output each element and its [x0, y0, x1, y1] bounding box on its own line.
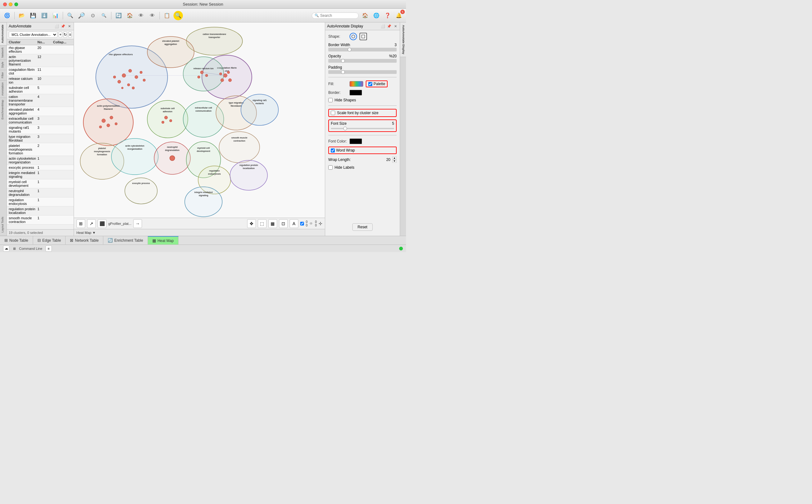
- window-controls[interactable]: [3, 2, 18, 6]
- cloud-button[interactable]: ☁: [3, 245, 9, 252]
- search-input[interactable]: [320, 13, 357, 18]
- show-icon[interactable]: 👁: [148, 11, 157, 20]
- table-row[interactable]: type migration fibroblast 3: [7, 134, 74, 143]
- heat-map-tab[interactable]: ▦ Heat Map: [148, 236, 178, 245]
- table-row[interactable]: rho gtpase effectors 20: [7, 45, 74, 54]
- layout-icon[interactable]: ✢: [318, 221, 322, 226]
- font-size-slider[interactable]: [331, 128, 394, 129]
- maximize-button[interactable]: [14, 2, 18, 6]
- export-button[interactable]: ⬛: [98, 219, 106, 228]
- annotation-set-dropdown[interactable]: MCL Cluster Annotation...: [9, 31, 57, 38]
- globe-icon[interactable]: 🌐: [372, 11, 381, 20]
- move-tool-button[interactable]: ✥: [247, 219, 256, 228]
- enrichmentmap-tab[interactable]: EnrichmentMap: [0, 98, 7, 121]
- share-button[interactable]: ↗: [87, 219, 96, 228]
- hide-icon[interactable]: 👁: [136, 11, 146, 20]
- hide-shapes-checkbox[interactable]: [328, 98, 333, 102]
- fill-color-swatch[interactable]: [349, 81, 363, 87]
- autoannotate-display-tab[interactable]: AutoAnnotate Display: [400, 22, 406, 57]
- heat-map-label[interactable]: Heat Map ▼: [76, 231, 96, 235]
- table-row[interactable]: actin cytoskeleton reorganization 1: [7, 156, 74, 165]
- table-row[interactable]: cation transmembrane transporter 4: [7, 94, 74, 107]
- autoannotate-tab[interactable]: AutoAnnotate: [0, 22, 7, 45]
- zoom-fit-icon[interactable]: ⊙: [88, 11, 97, 20]
- border-color-swatch[interactable]: [349, 90, 362, 95]
- hide-labels-checkbox[interactable]: [328, 165, 333, 170]
- table-row[interactable]: regulation protein localization 1: [7, 206, 74, 216]
- network-table-tab[interactable]: ⊠ Network Table: [66, 236, 103, 245]
- table-icon[interactable]: 📊: [51, 11, 60, 20]
- scale-font-checkbox[interactable]: [331, 111, 335, 115]
- table-row[interactable]: smooth muscle contraction 1: [7, 216, 74, 225]
- notifications[interactable]: 🔔 5: [394, 11, 403, 20]
- download-icon[interactable]: ⬇️: [40, 11, 49, 20]
- search-network-icon[interactable]: 🔍: [173, 11, 183, 20]
- home-icon[interactable]: 🏠: [125, 11, 134, 20]
- search-bar[interactable]: 🔍: [312, 12, 358, 19]
- home-nav-icon[interactable]: 🏠: [360, 11, 370, 20]
- reset-button[interactable]: Reset: [352, 223, 372, 231]
- network-tab[interactable]: Network: [0, 45, 7, 60]
- save-icon[interactable]: 💾: [28, 11, 38, 20]
- table-row[interactable]: extracellular cell communication 3: [7, 116, 74, 125]
- zoom-reset-icon[interactable]: 🔍: [99, 11, 109, 20]
- network-canvas[interactable]: rho gtpase effectors cation transmembran…: [74, 22, 325, 218]
- table-row[interactable]: exocytic process 1: [7, 165, 74, 170]
- word-wrap-checkbox[interactable]: [331, 148, 335, 153]
- table-row[interactable]: myeloid cell development 1: [7, 179, 74, 188]
- zoom-out-icon[interactable]: 🔎: [77, 11, 86, 20]
- table-row[interactable]: neutrophil degranulation 1: [7, 188, 74, 197]
- annotation-tab[interactable]: Annotation: [0, 80, 7, 98]
- table-row[interactable]: platelet morphogenesis formation 2: [7, 143, 74, 156]
- open-icon[interactable]: 📂: [17, 11, 27, 20]
- layout-tools-tab[interactable]: Layout Tools: [0, 214, 7, 236]
- table-row[interactable]: actin polymerization filament 12: [7, 54, 74, 67]
- font-color-swatch[interactable]: [349, 138, 362, 144]
- circle-shape-button[interactable]: [349, 33, 357, 40]
- visibility-checkbox[interactable]: [300, 222, 304, 225]
- grid-view-button[interactable]: ⊞: [76, 219, 85, 228]
- minimize-button[interactable]: [9, 2, 12, 6]
- table-row[interactable]: elevated platelet aggregation 4: [7, 107, 74, 116]
- opacity-slider[interactable]: [328, 59, 396, 63]
- enrichment-table-tab[interactable]: 🔄 Enrichment Table: [103, 236, 148, 245]
- rect-shape-button[interactable]: [359, 33, 367, 40]
- style-tab[interactable]: Style: [0, 60, 7, 70]
- wrap-length-down[interactable]: ▼: [392, 160, 396, 163]
- minimize-panel-icon[interactable]: ⬜: [54, 24, 59, 29]
- minimize-right-panel-icon[interactable]: ⬜: [380, 24, 385, 29]
- close-button[interactable]: [3, 2, 7, 6]
- edge-table-tab[interactable]: ⊟ Edge Table: [33, 236, 66, 245]
- table-row[interactable]: signaling raf1 mutants 3: [7, 125, 74, 134]
- wrap-length-stepper[interactable]: ▲ ▼: [392, 157, 396, 163]
- list-button[interactable]: ≡: [46, 245, 52, 252]
- import-button[interactable]: →: [133, 219, 142, 228]
- add-set-button[interactable]: +: [59, 31, 62, 38]
- menu-button[interactable]: ≡: [68, 31, 72, 38]
- close-right-panel-icon[interactable]: ✕: [393, 24, 398, 29]
- filter-tab[interactable]: Filter: [0, 70, 7, 80]
- refresh-icon[interactable]: 🔄: [114, 11, 123, 20]
- cluster-count: 4: [37, 108, 53, 115]
- palette-checkbox[interactable]: [368, 82, 372, 86]
- pin-icon[interactable]: 📌: [61, 24, 66, 29]
- table-row[interactable]: substrate cell adhesion 5: [7, 85, 74, 94]
- pin-right-panel-icon[interactable]: 📌: [386, 24, 391, 29]
- table-row[interactable]: release calcium ion 10: [7, 76, 74, 85]
- wrap-length-up[interactable]: ▲: [392, 157, 396, 160]
- select3-tool-button[interactable]: ⊡: [279, 219, 288, 228]
- zoom-in-icon[interactable]: 🔍: [66, 11, 75, 20]
- refresh-set-button[interactable]: ↻: [63, 31, 67, 38]
- close-panel-icon[interactable]: ✕: [67, 24, 72, 29]
- padding-slider[interactable]: [328, 70, 396, 74]
- select-tool-button[interactable]: ⬚: [258, 219, 266, 228]
- table-row[interactable]: regulation endocytosis 1: [7, 197, 74, 206]
- copy-icon[interactable]: 📋: [162, 11, 172, 20]
- border-width-slider[interactable]: [328, 48, 396, 51]
- text-tool-button[interactable]: A: [289, 219, 298, 228]
- node-table-tab[interactable]: ⊞ Node Table: [0, 236, 33, 245]
- help-icon[interactable]: ❓: [383, 11, 392, 20]
- select2-tool-button[interactable]: ▦: [268, 219, 277, 228]
- table-row[interactable]: coagulation fibrin clot 11: [7, 67, 74, 76]
- table-row[interactable]: integrin mediated signaling 1: [7, 170, 74, 179]
